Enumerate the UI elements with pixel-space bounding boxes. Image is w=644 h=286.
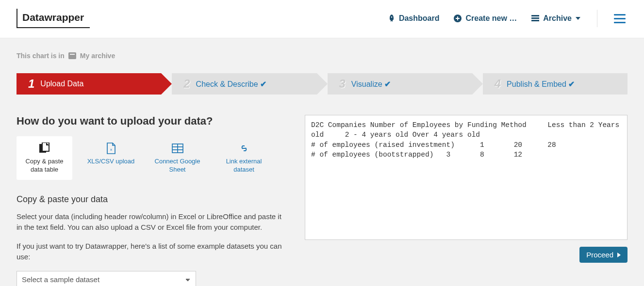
- wizard-steps: 1 Upload Data 2 Check & Describe ✔ 3 Vis…: [17, 73, 627, 95]
- nav-archive-label: Archive: [543, 14, 572, 23]
- example-datasets-hint: If you just want to try Datawrapper, her…: [17, 241, 288, 262]
- plus-circle-icon: [454, 15, 462, 22]
- option-link-external[interactable]: Link external dataset: [216, 136, 272, 180]
- step-upload-data[interactable]: 1 Upload Data: [17, 73, 161, 95]
- top-nav: Dashboard Create new … Archive: [388, 10, 627, 27]
- option-xls-csv[interactable]: x XLS/CSV upload: [83, 136, 139, 180]
- folder-icon: [68, 52, 76, 59]
- option-label: Copy & paste data table: [19, 158, 69, 174]
- hamburger-menu[interactable]: [612, 12, 627, 25]
- option-label: Link external dataset: [219, 158, 269, 174]
- proceed-button[interactable]: Proceed: [579, 247, 627, 263]
- logo[interactable]: Datawrapper: [17, 9, 90, 28]
- rocket-icon: [388, 15, 395, 22]
- option-google-sheet[interactable]: Connect Google Sheet: [149, 136, 205, 180]
- check-icon: ✔: [568, 80, 575, 88]
- svg-text:x: x: [110, 147, 112, 152]
- breadcrumb-folder[interactable]: My archive: [80, 52, 115, 60]
- copy-paste-icon: [19, 142, 69, 155]
- nav-archive[interactable]: Archive: [531, 14, 580, 23]
- step-number: 2: [183, 77, 190, 91]
- breadcrumb: This chart is in My archive: [17, 52, 627, 60]
- nav-create-label: Create new …: [465, 14, 517, 23]
- chevron-down-icon: [576, 17, 580, 20]
- upload-options: Copy & paste data table x XLS/CSV upload…: [17, 136, 288, 180]
- main-area: This chart is in My archive 1 Upload Dat…: [0, 38, 644, 286]
- nav-create-new[interactable]: Create new …: [454, 14, 517, 23]
- step-number: 1: [28, 77, 34, 91]
- svg-rect-2: [456, 18, 460, 19]
- archive-list-icon: [531, 15, 539, 22]
- step-publish-embed[interactable]: 4 Publish & Embed ✔: [483, 73, 627, 95]
- check-icon: ✔: [384, 80, 391, 88]
- step-label: Check & Describe ✔: [196, 79, 267, 89]
- sample-dataset-select[interactable]: Select a sample dataset: [17, 271, 196, 286]
- left-column: How do you want to upload your data? Cop…: [17, 115, 288, 286]
- svg-rect-7: [42, 143, 49, 151]
- upload-title: How do you want to upload your data?: [17, 115, 288, 127]
- copy-paste-subtitle: Copy & paste your data: [17, 194, 288, 205]
- content-row: How do you want to upload your data? Cop…: [17, 115, 627, 286]
- grid-icon: [152, 142, 202, 155]
- step-number: 3: [339, 77, 346, 91]
- link-icon: [219, 142, 269, 155]
- step-label: Visualize ✔: [351, 79, 391, 89]
- option-label: XLS/CSV upload: [86, 158, 136, 166]
- svg-rect-4: [531, 17, 539, 19]
- nav-dashboard-label: Dashboard: [399, 14, 440, 23]
- nav-separator: [597, 10, 597, 27]
- file-icon: x: [86, 142, 136, 155]
- svg-rect-3: [531, 15, 539, 16]
- step-visualize[interactable]: 3 Visualize ✔: [328, 73, 472, 95]
- step-label-text: Publish & Embed: [507, 80, 566, 88]
- app-header: Datawrapper Dashboard Create new … Archi…: [0, 0, 644, 38]
- data-textarea[interactable]: [305, 115, 627, 240]
- step-label: Upload Data: [40, 79, 83, 88]
- copy-paste-description: Select your data (including header row/c…: [17, 211, 288, 233]
- option-copy-paste[interactable]: Copy & paste data table: [17, 136, 72, 180]
- step-number: 4: [495, 77, 501, 91]
- step-label-text: Check & Describe: [196, 80, 258, 88]
- nav-dashboard[interactable]: Dashboard: [388, 14, 440, 23]
- option-label: Connect Google Sheet: [152, 158, 202, 174]
- breadcrumb-prefix: This chart is in: [17, 52, 65, 60]
- chevron-right-icon: [617, 253, 621, 257]
- step-check-describe[interactable]: 2 Check & Describe ✔: [172, 73, 316, 95]
- svg-rect-5: [531, 20, 539, 21]
- check-icon: ✔: [260, 80, 266, 88]
- proceed-label: Proceed: [586, 251, 613, 259]
- step-label: Publish & Embed ✔: [507, 79, 575, 89]
- right-column: Proceed: [305, 115, 627, 286]
- step-label-text: Visualize: [351, 80, 382, 88]
